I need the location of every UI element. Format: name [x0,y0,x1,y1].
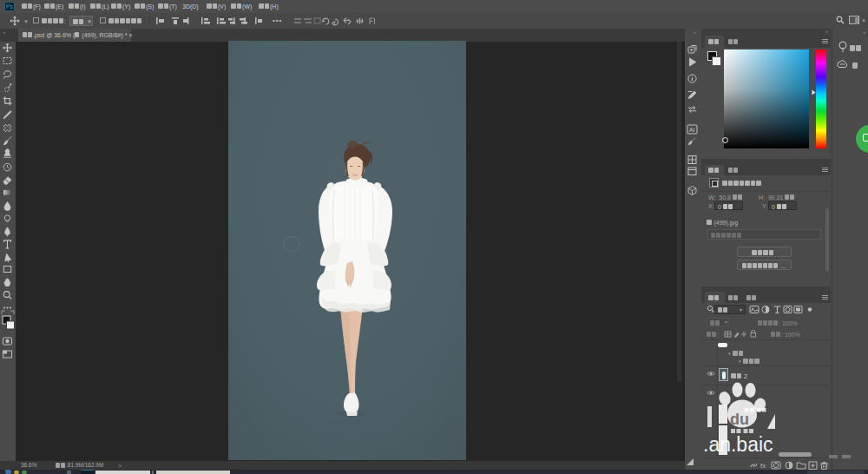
svg-text:fx: fx [760,462,766,470]
svg-text:Al: Al [689,127,695,133]
